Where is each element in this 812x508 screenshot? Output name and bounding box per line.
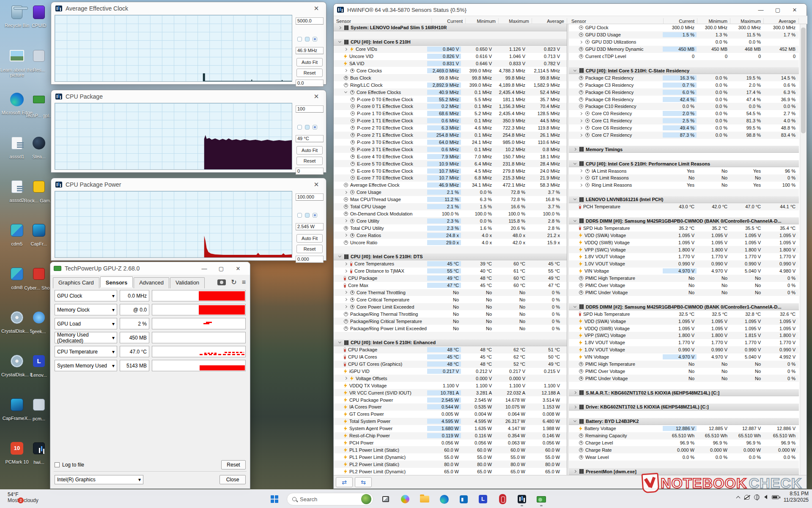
series-checkbox[interactable] <box>297 213 302 218</box>
column-header-sensor[interactable]: Sensor <box>569 18 664 24</box>
search-box[interactable]: Search <box>287 493 373 505</box>
sensor-row[interactable]: PL1 Power Limit (Static)60.0 W60.0 W60.0… <box>334 446 567 453</box>
sensor-row[interactable]: Core Utility2.3 %0.0 %115.8 %2.8 % <box>334 217 567 224</box>
chevron-down-icon[interactable] <box>573 305 576 308</box>
chevron-down-icon[interactable] <box>573 419 576 422</box>
sensor-row[interactable]: Core C1 Residency2.5 %0.0 %81.3 %4.0 % <box>569 117 799 124</box>
sensor-row[interactable]: VDD (SWA) Voltage1.095 V1.095 V1.095 V1.… <box>569 232 799 239</box>
gpuz-close-button[interactable]: Close <box>219 475 246 484</box>
sensor-row[interactable]: E-core 6 T0 Effective Clock10.7 MHz4.5 M… <box>334 167 567 174</box>
sensor-row[interactable]: Core Power Limit ExceededNoNoNo0 % <box>334 303 567 310</box>
chevron-right-icon[interactable] <box>344 298 347 301</box>
series-checkbox[interactable] <box>297 125 302 130</box>
sensor-row[interactable]: PMIC High TemperatureNoNoNo0 % <box>569 361 799 368</box>
sensor-row[interactable]: PL2 Power Limit (Static)80.0 W80.0 W80.0… <box>334 461 567 468</box>
chevron-down-icon[interactable] <box>338 40 341 43</box>
sensor-row[interactable]: Package C3 Residency0.7 %0.0 %2.0 %0.6 % <box>569 81 799 88</box>
sensor-row[interactable]: PL2 Power Limit (Dynamic)65.0 W65.0 W65.… <box>334 468 567 475</box>
sensor-group-header[interactable]: CPU [#0]: Intel Core 5 210H: Performance… <box>569 160 799 167</box>
screenshot-camera-icon[interactable] <box>217 279 226 285</box>
column-header-sensor[interactable]: Sensor <box>334 18 432 24</box>
sensor-row[interactable]: PL1 Power Limit (Dynamic)55.0 W55.0 W55.… <box>334 453 567 461</box>
sensor-row[interactable]: PMIC Under VoltageNoNoNo0 % <box>569 375 799 382</box>
sensor-row[interactable]: CPU Package Power2.545 W2.545 W14.678 W3… <box>334 396 567 403</box>
graph-window-titlebar[interactable]: CPU Package Power✕ <box>51 178 326 191</box>
sensor-row[interactable]: Bus Clock99.8 MHz99.8 MHz99.8 MHz99.8 MH… <box>334 74 567 81</box>
sensor-row[interactable]: PCH Temperature43.0 °C42.0 °C47.0 °C44.1… <box>569 203 799 210</box>
sensor-row[interactable]: Package C8 Residency42.4 %0.0 %47.4 %36.… <box>569 96 799 103</box>
chevron-down-icon[interactable] <box>338 340 341 343</box>
sensor-row[interactable]: Core C7 Residency87.3 %0.0 %98.8 %83.4 % <box>569 132 799 139</box>
log-to-file-checkbox[interactable] <box>55 462 60 467</box>
sensor-row[interactable]: CPU Package48 °C48 °C62 °C51 °C <box>334 346 567 353</box>
sensor-name-dropdown[interactable]: CPU Temperature▾ <box>55 346 117 357</box>
hidden-icons-chevron-icon[interactable] <box>736 496 740 500</box>
sensor-row[interactable]: Package/Ring Thermal ThrottlingNoNoNo0 % <box>334 310 567 318</box>
taskbar-icon-explorer[interactable] <box>417 492 432 506</box>
chevron-right-icon[interactable] <box>579 41 582 44</box>
sensor-row[interactable]: Core Thermal ThrottlingNoNoNo0 % <box>334 289 567 296</box>
sensor-row[interactable]: E-core 5 T0 Effective Clock10.9 MHz6.4 M… <box>334 160 567 167</box>
close-icon[interactable]: ✕ <box>230 265 247 272</box>
column-header-maximum[interactable]: Maximum <box>499 18 532 24</box>
sensor-group-header[interactable]: S.M.A.R.T.: KBG60ZNT1T02 LS KIOXIA (6EHP… <box>569 389 799 396</box>
sensor-row[interactable]: Total CPU Usage2.1 %1.5 %16.6 %3.7 % <box>334 203 567 210</box>
close-icon[interactable]: ✕ <box>786 7 803 13</box>
sensor-row[interactable]: P-core 2 T1 Effective Clock254.8 MHz0.1 … <box>334 132 567 139</box>
series-checkbox[interactable] <box>313 213 317 218</box>
menu-icon[interactable]: ≡ <box>242 279 246 286</box>
sensor-group-header[interactable]: Battery: BYD L24B3PK2 <box>569 418 799 425</box>
sensor-row[interactable]: VDDQ (SWB) Voltage1.095 V1.095 V1.095 V1… <box>569 239 799 246</box>
sensor-row[interactable]: Core Max47 °C45 °C60 °C47 °C <box>334 282 567 289</box>
sensor-row[interactable]: Voltage Offsets0.000 V0.000 V <box>334 375 567 382</box>
taskbar-icon-hwinfo[interactable] <box>515 492 529 506</box>
sensor-row[interactable]: GT Limit ReasonsNoNoNo0 % <box>569 174 799 182</box>
sensor-row[interactable]: CPU IA Cores45 °C45 °C62 °C50 °C <box>334 353 567 361</box>
sensor-row[interactable]: VPP (SWC) Voltage1.800 V1.800 V1.800 V1.… <box>569 246 799 253</box>
chevron-down-icon[interactable] <box>344 90 347 93</box>
sensor-row[interactable]: E-core 7 T0 Effective Clock10.7 MHz6.8 M… <box>334 174 567 182</box>
sensor-row[interactable]: IA Limit ReasonsYesNoYes96 % <box>569 167 799 174</box>
chevron-down-icon[interactable] <box>573 162 576 165</box>
graph-window-titlebar[interactable]: Average Effective Clock✕ <box>51 2 326 15</box>
chevron-right-icon[interactable] <box>573 406 576 409</box>
sensor-row[interactable]: 1.0V VOUT Voltage0.990 V0.990 V0.990 V0.… <box>569 260 799 268</box>
sensor-row[interactable]: CPU GT Cores (Graphics)48 °C48 °C52 °C49… <box>334 361 567 368</box>
chevron-right-icon[interactable] <box>573 148 576 151</box>
swap-columns-button[interactable]: ⇄ <box>336 477 353 487</box>
sensor-row[interactable]: E-core 4 T0 Effective Clock7.9 MHz7.0 MH… <box>334 153 567 160</box>
auto-fit-button[interactable]: Auto Fit <box>296 146 323 155</box>
chevron-right-icon[interactable] <box>344 262 347 265</box>
column-header-minimum[interactable]: Minimum <box>466 18 499 24</box>
sensor-row[interactable]: System Agent Power1.680 W1.635 W4.147 W1… <box>334 425 567 432</box>
network-globe-icon[interactable] <box>754 494 760 500</box>
column-header-maximum[interactable]: Maximum <box>730 18 764 24</box>
chevron-right-icon[interactable] <box>338 26 341 29</box>
sensor-row[interactable]: PMIC Over VoltageNoNoNo0 % <box>569 368 799 375</box>
close-icon[interactable]: ✕ <box>311 181 322 188</box>
sensor-row[interactable]: Wear Level0.0 %0.0 %0.0 %0.0 % <box>569 453 799 461</box>
series-checkbox[interactable] <box>305 125 310 130</box>
scrollbar[interactable] <box>800 24 807 475</box>
chevron-right-icon[interactable] <box>344 377 347 380</box>
sensor-row[interactable]: P-core 0 T0 Effective Clock55.2 MHz5.5 M… <box>334 96 567 103</box>
chevron-right-icon[interactable] <box>579 119 582 122</box>
sensor-row[interactable]: Total CPU Utility2.3 %1.6 %20.6 %2.8 % <box>334 224 567 232</box>
sensor-row[interactable]: VR VCC Current (SVID IOUT)10.781 A3.281 … <box>334 389 567 396</box>
chevron-right-icon[interactable] <box>579 177 582 179</box>
sensor-row[interactable]: Core C0 Residency2.0 %0.0 %54.5 %2.7 % <box>569 110 799 117</box>
taskbar-icon-task-view[interactable] <box>379 492 393 506</box>
auto-fit-button[interactable]: Auto Fit <box>296 234 323 243</box>
sensor-group-header[interactable]: System: LENOVO IdeaPad Slim 5 16IRH10R <box>334 24 567 31</box>
sensor-row[interactable]: Average Effective Clock46.9 MHz34.1 MHz4… <box>334 182 567 189</box>
sensor-row[interactable]: iGPU VID0.217 V0.212 V0.217 V0.215 V <box>334 368 567 375</box>
scrollbar-thumb[interactable] <box>801 28 806 133</box>
gpuz-titlebar[interactable]: TechPowerUp GPU-Z 2.68.0 — ▢ ✕ <box>50 262 250 275</box>
sensor-row[interactable]: VIN Voltage4.970 V4.970 V5.040 V4.992 V <box>569 353 799 361</box>
taskbar-icon-lenovo[interactable]: L <box>476 492 490 506</box>
chevron-right-icon[interactable] <box>344 234 347 237</box>
series-checkbox[interactable] <box>313 125 317 130</box>
column-header-current[interactable]: Current <box>664 18 697 24</box>
reset-button[interactable]: Reset <box>296 157 323 165</box>
sensor-row[interactable]: Ring Limit ReasonsYesNoYes100 % <box>569 182 799 189</box>
